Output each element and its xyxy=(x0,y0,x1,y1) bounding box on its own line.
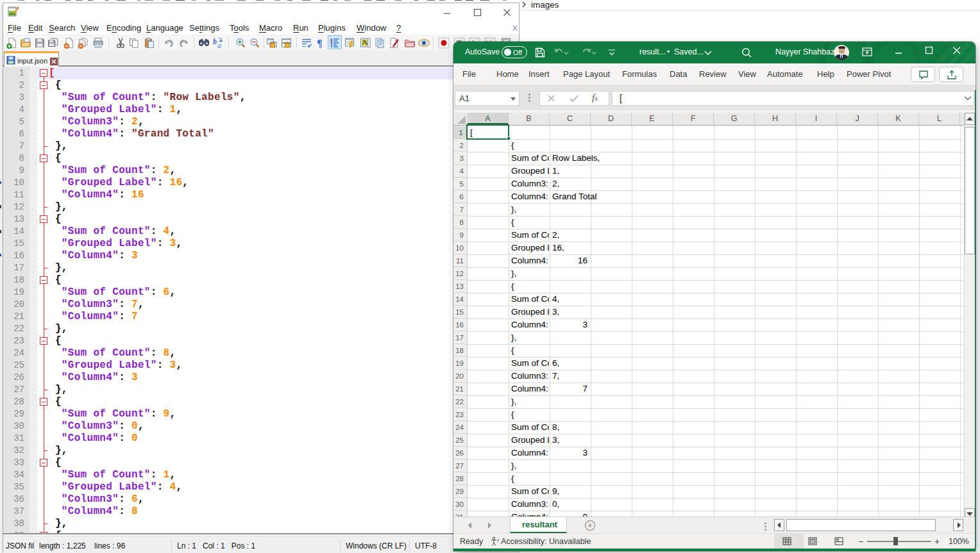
svg-text:a: a xyxy=(217,41,221,49)
svg-text:?: ? xyxy=(496,538,500,543)
svg-text:b: b xyxy=(213,37,217,46)
svg-text:¶: ¶ xyxy=(317,38,323,49)
